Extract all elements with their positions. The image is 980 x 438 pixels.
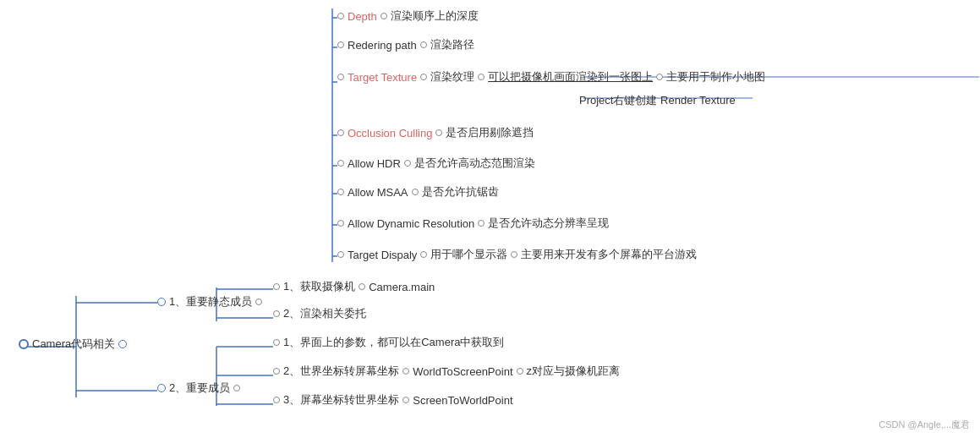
msaa-note: 是否允许抗锯齿: [422, 184, 499, 200]
oc-circle2: [435, 129, 442, 136]
hdr-circle: [337, 160, 344, 167]
ip-circle: [273, 339, 280, 346]
rendering-circle: [337, 41, 344, 48]
dr-circle: [337, 220, 344, 227]
sw-note: ScreenToWorldPoint: [413, 394, 512, 407]
hdr-circle2: [404, 160, 411, 167]
ws-circle: [273, 368, 280, 375]
important-static-node: 1、重要静态成员: [157, 294, 262, 309]
td-circle2: [420, 251, 427, 258]
gc-note: Camera.main: [369, 281, 435, 293]
occlusion-node: Occlusion Culling 是否启用剔除遮挡: [337, 125, 534, 140]
oc-note: 是否启用剔除遮挡: [446, 125, 534, 140]
world-screen-node: 2、世界坐标转屏幕坐标 WorldToScreenPoint z对应与摄像机距离: [273, 364, 620, 379]
hdr-node: Allow HDR 是否允许高动态范围渲染: [337, 156, 535, 171]
hdr-note: 是否允许高动态范围渲染: [414, 156, 535, 171]
sw-circle: [273, 397, 280, 403]
rendering-label: Redering path: [348, 39, 417, 52]
tt-note3: 主要用于制作小地图: [666, 69, 765, 85]
sw-label: 3、屏幕坐标转世界坐标: [283, 392, 399, 408]
rendering-note: 渲染路径: [430, 37, 474, 52]
ws-label: 2、世界坐标转屏幕坐标: [283, 364, 399, 379]
msaa-circle2: [412, 189, 419, 195]
depth-note: 渲染顺序上的深度: [391, 8, 479, 24]
rd-circle: [273, 310, 280, 317]
cc-circle: [19, 339, 29, 349]
gc-circle: [273, 283, 280, 290]
ws-note: WorldToScreenPoint: [413, 365, 512, 378]
tt-circle3: [478, 74, 485, 80]
is-circle: [157, 298, 166, 306]
depth-circle2: [381, 13, 387, 19]
render-delegate-node: 2、渲染相关委托: [273, 306, 366, 321]
tt-circle4: [656, 74, 663, 80]
im-circle2: [233, 385, 240, 391]
cc-circle2: [118, 340, 127, 348]
tt-circle2: [420, 74, 427, 80]
td-note: 用于哪个显示器: [430, 247, 507, 262]
ws-note2: z对应与摄像机距离: [527, 364, 621, 379]
tt-circle: [337, 74, 344, 80]
ws-circle3: [517, 368, 523, 375]
target-texture-node: Target Texture 渲染纹理 可以把摄像机画面渲染到一张图上 主要用于…: [337, 69, 765, 85]
tt-sub-note: Project右键创建 Render Texture: [579, 93, 736, 108]
tt-note2: 可以把摄像机画面渲染到一张图上: [488, 69, 653, 85]
ip-label: 1、界面上的参数，都可以在Camera中获取到: [283, 335, 504, 350]
is-circle2: [255, 298, 262, 305]
dr-label: Allow Dynamic Resolution: [348, 217, 474, 230]
msaa-label: Allow MSAA: [348, 186, 408, 199]
msaa-node: Allow MSAA 是否允许抗锯齿: [337, 184, 499, 200]
rd-label: 2、渲染相关委托: [283, 306, 366, 321]
dynamic-res-node: Allow Dynamic Resolution 是否允许动态分辨率呈现: [337, 216, 609, 231]
oc-label: Occlusion Culling: [348, 127, 432, 140]
interface-params-node: 1、界面上的参数，都可以在Camera中获取到: [273, 335, 504, 350]
important-members-node: 2、重要成员: [157, 381, 240, 396]
depth-node: Depth 渲染顺序上的深度: [337, 8, 479, 24]
td-circle: [337, 251, 344, 258]
depth-label: Depth: [348, 10, 377, 23]
tt-note: 渲染纹理: [430, 69, 474, 85]
td-label: Target Dispaly: [348, 249, 417, 261]
dr-circle2: [478, 220, 485, 227]
tt-label: Target Texture: [348, 71, 417, 84]
get-camera-node: 1、获取摄像机 Camera.main: [273, 279, 435, 294]
tt-note4: Project右键创建 Render Texture: [579, 93, 736, 108]
gc-circle2: [359, 283, 365, 290]
hdr-label: Allow HDR: [348, 157, 401, 170]
rendering-circle2: [420, 41, 427, 48]
oc-circle: [337, 129, 344, 136]
dr-note: 是否允许动态分辨率呈现: [488, 216, 609, 231]
msaa-circle: [337, 189, 344, 195]
cc-label: Camera代码相关: [32, 337, 115, 352]
td-note2: 主要用来开发有多个屏幕的平台游戏: [521, 247, 697, 262]
td-circle3: [511, 251, 517, 258]
watermark-text: CSDN @Angle,...魔君: [879, 419, 970, 430]
sw-circle2: [402, 397, 409, 403]
is-label: 1、重要静态成员: [169, 294, 252, 309]
screen-world-node: 3、屏幕坐标转世界坐标 ScreenToWorldPoint: [273, 392, 513, 408]
ws-circle2: [402, 368, 409, 375]
rendering-path-node: Redering path 渲染路径: [337, 37, 474, 52]
depth-circle: [337, 13, 344, 19]
im-label: 2、重要成员: [169, 381, 230, 396]
gc-label: 1、获取摄像机: [283, 279, 355, 294]
target-display-node: Target Dispaly 用于哪个显示器 主要用来开发有多个屏幕的平台游戏: [337, 247, 697, 262]
im-circle: [157, 384, 166, 392]
camera-code-node: Camera代码相关: [19, 337, 127, 352]
watermark: CSDN @Angle,...魔君: [879, 419, 970, 431]
